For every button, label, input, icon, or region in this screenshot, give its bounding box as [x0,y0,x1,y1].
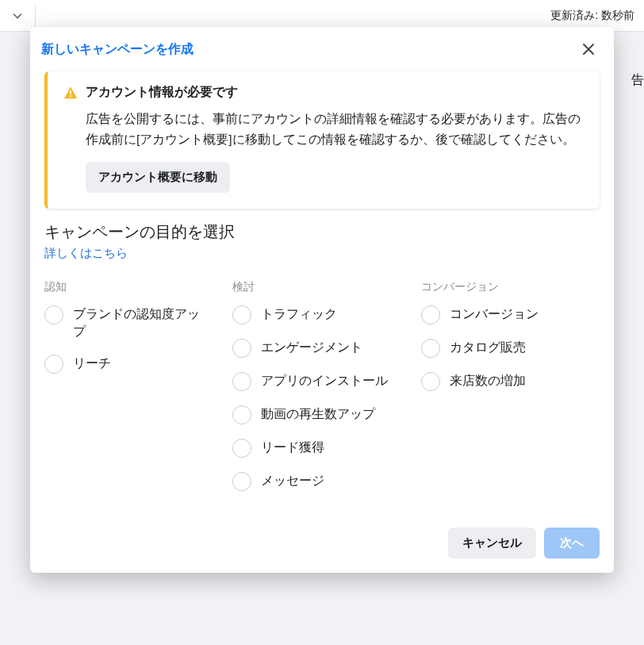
radio[interactable] [232,372,251,391]
column-head: コンバージョン [421,280,600,294]
create-campaign-modal: 新しいキャンペーンを作成 アカウント情報が必要です 広告を公開するには、事前にア… [30,27,614,573]
objective-label: ブランドの認知度アップ [73,305,208,341]
modal-title: 新しいキャンペーンを作成 [41,41,194,58]
radio[interactable] [232,405,251,424]
objective-brand-awareness[interactable]: ブランドの認知度アップ [44,305,223,341]
radio[interactable] [421,305,440,324]
objective-reach[interactable]: リーチ [44,355,223,374]
alert-title: アカウント情報が必要です [86,84,238,101]
go-to-account-overview-button[interactable]: アカウント概要に移動 [86,162,230,193]
cancel-button[interactable]: キャンセル [448,528,536,559]
next-button[interactable]: 次へ [544,528,600,559]
objective-engagement[interactable]: エンゲージメント [232,339,411,358]
objective-label: リーチ [73,355,111,372]
account-info-alert: アカウント情報が必要です 広告を公開するには、事前にアカウントの詳細情報を確認す… [44,71,600,209]
radio[interactable] [232,339,251,358]
objective-messages[interactable]: メッセージ [232,472,411,491]
radio[interactable] [44,305,63,324]
objective-label: 来店数の増加 [450,372,526,390]
objective-label: メッセージ [261,472,324,490]
objective-label: コンバージョン [450,305,539,323]
alert-head: アカウント情報が必要です [63,84,584,101]
objective-traffic[interactable]: トラフィック [232,305,411,324]
radio[interactable] [232,439,251,458]
modal-footer: キャンセル 次へ [44,528,600,559]
objective-label: アプリのインストール [261,372,388,390]
objective-label: カタログ販売 [450,339,526,356]
radio[interactable] [421,339,440,358]
objective-app-installs[interactable]: アプリのインストール [232,372,411,391]
objective-lead-generation[interactable]: リード獲得 [232,439,411,458]
alert-body: 広告を公開するには、事前にアカウントの詳細情報を確認する必要があります。広告の作… [86,109,584,151]
column-head: 検討 [232,280,411,294]
radio[interactable] [421,372,440,391]
objective-columns: 認知 ブランドの認知度アップ リーチ 検討 トラフィック [44,280,600,505]
radio[interactable] [232,305,251,324]
modal-header: 新しいキャンペーンを作成 [30,27,614,68]
modal-body: アカウント情報が必要です 広告を公開するには、事前にアカウントの詳細情報を確認す… [30,68,614,573]
svg-rect-0 [70,90,71,94]
objective-label: トラフィック [261,305,337,323]
modal-backdrop: 新しいキャンペーンを作成 アカウント情報が必要です 広告を公開するには、事前にア… [0,0,644,645]
objective-label: エンゲージメント [261,339,362,356]
objective-conversions[interactable]: コンバージョン [421,305,600,324]
radio[interactable] [44,355,63,374]
warning-icon [63,86,78,100]
objective-label: リード獲得 [261,439,324,456]
column-consideration: 検討 トラフィック エンゲージメント アプリのインストール [232,280,411,505]
learn-more-link[interactable]: 詳しくはこちら [44,246,128,261]
radio[interactable] [232,472,251,491]
svg-rect-1 [70,95,71,97]
objective-catalog-sales[interactable]: カタログ販売 [421,339,600,358]
column-conversion: コンバージョン コンバージョン カタログ販売 来店数の増加 [421,280,600,505]
objective-store-traffic[interactable]: 来店数の増加 [421,372,600,391]
column-head: 認知 [44,280,223,294]
objective-video-views[interactable]: 動画の再生数アップ [232,405,411,424]
close-icon [581,42,596,56]
column-awareness: 認知 ブランドの認知度アップ リーチ [44,280,223,505]
close-button[interactable] [577,38,600,60]
section-title: キャンペーンの目的を選択 [44,221,600,243]
objective-label: 動画の再生数アップ [261,405,375,423]
